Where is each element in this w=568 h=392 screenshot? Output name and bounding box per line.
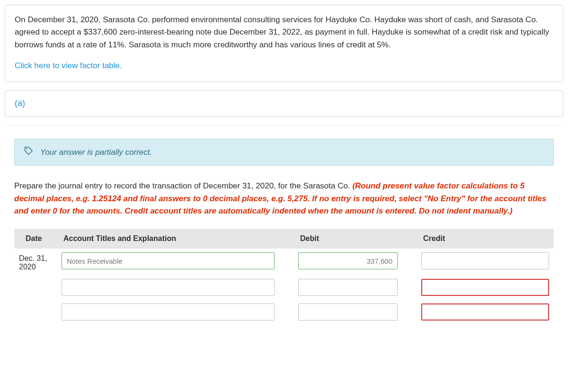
journal-table: Date Account Titles and Explanation Debi… bbox=[14, 229, 554, 324]
feedback-banner: Your answer is partially correct. bbox=[14, 139, 554, 166]
date-cell bbox=[14, 300, 57, 324]
table-row bbox=[14, 300, 554, 324]
part-label: (a) bbox=[15, 98, 25, 108]
factor-table-link[interactable]: Click here to view factor table. bbox=[15, 60, 122, 72]
debit-input[interactable] bbox=[298, 303, 398, 321]
credit-input[interactable] bbox=[421, 252, 549, 269]
debit-input[interactable] bbox=[298, 279, 398, 296]
feedback-message: Your answer is partially correct. bbox=[40, 148, 152, 157]
header-debit: Debit bbox=[293, 229, 402, 249]
header-account: Account Titles and Explanation bbox=[57, 229, 279, 249]
account-title-input[interactable] bbox=[62, 252, 275, 269]
account-title-input[interactable] bbox=[62, 303, 275, 321]
table-row bbox=[14, 275, 554, 300]
part-header: (a) bbox=[5, 90, 563, 116]
account-title-input[interactable] bbox=[62, 279, 275, 296]
content-area: Your answer is partially correct. Prepar… bbox=[5, 125, 563, 324]
table-row: Dec. 31,2020 bbox=[14, 249, 554, 275]
tag-icon bbox=[23, 146, 34, 159]
problem-panel: On December 31, 2020, Sarasota Co. perfo… bbox=[5, 5, 563, 82]
svg-point-0 bbox=[26, 149, 27, 150]
instructions-lead: Prepare the journal entry to record the … bbox=[14, 181, 352, 190]
header-date: Date bbox=[14, 229, 57, 249]
header-credit: Credit bbox=[417, 229, 554, 249]
problem-text: On December 31, 2020, Sarasota Co. perfo… bbox=[15, 15, 549, 49]
credit-input[interactable] bbox=[421, 279, 549, 296]
date-cell: Dec. 31,2020 bbox=[14, 249, 57, 275]
instructions: Prepare the journal entry to record the … bbox=[14, 180, 554, 217]
debit-input[interactable] bbox=[298, 252, 398, 269]
date-cell bbox=[14, 275, 57, 300]
credit-input[interactable] bbox=[421, 303, 549, 321]
